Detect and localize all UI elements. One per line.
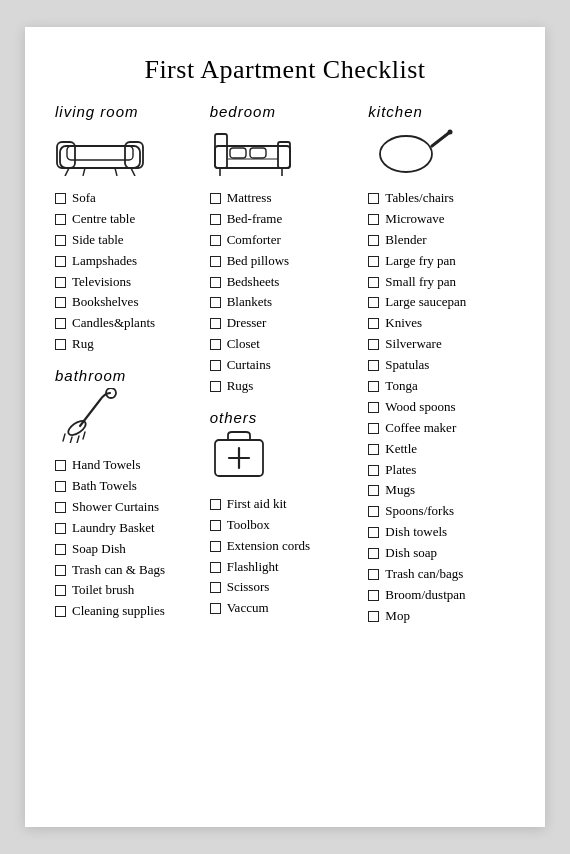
others-list: First aid kit Toolbox Extension cords Fl… — [210, 496, 357, 617]
list-item: Spatulas — [368, 357, 515, 374]
checkbox[interactable] — [55, 339, 66, 350]
checkbox[interactable] — [368, 485, 379, 496]
checkbox[interactable] — [368, 214, 379, 225]
bed-icon — [210, 124, 357, 176]
checkbox[interactable] — [368, 256, 379, 267]
checkbox[interactable] — [368, 360, 379, 371]
page-title: First Apartment Checklist — [55, 55, 515, 85]
list-item: Dish soap — [368, 545, 515, 562]
checkbox[interactable] — [55, 193, 66, 204]
checkbox[interactable] — [210, 339, 221, 350]
checkbox[interactable] — [55, 523, 66, 534]
checkbox[interactable] — [55, 235, 66, 246]
svg-line-12 — [83, 432, 85, 439]
checkbox[interactable] — [55, 585, 66, 596]
list-item: Toolbox — [210, 517, 357, 534]
checkbox[interactable] — [210, 541, 221, 552]
checkbox[interactable] — [368, 277, 379, 288]
list-item: Bed-frame — [210, 211, 357, 228]
svg-rect-17 — [230, 148, 246, 158]
list-item: Dish towels — [368, 524, 515, 541]
list-item: Toilet brush — [55, 582, 202, 599]
list-item: Trash can & Bags — [55, 562, 202, 579]
bathroom-list: Hand Towels Bath Towels Shower Curtains … — [55, 457, 202, 620]
checkbox[interactable] — [368, 423, 379, 434]
checkbox[interactable] — [55, 277, 66, 288]
checkbox[interactable] — [210, 603, 221, 614]
checkbox[interactable] — [368, 527, 379, 538]
list-item: Silverware — [368, 336, 515, 353]
svg-line-6 — [83, 168, 85, 176]
list-item: Bookshelves — [55, 294, 202, 311]
checkbox[interactable] — [368, 402, 379, 413]
checkbox[interactable] — [55, 481, 66, 492]
checkbox[interactable] — [210, 214, 221, 225]
svg-rect-18 — [250, 148, 266, 158]
checkbox[interactable] — [210, 582, 221, 593]
checkbox[interactable] — [368, 235, 379, 246]
checkbox[interactable] — [55, 502, 66, 513]
bedroom-list: Mattress Bed-frame Comforter Bed pillows… — [210, 190, 357, 395]
living-room-section: living room — [55, 103, 202, 182]
checkbox[interactable] — [55, 460, 66, 471]
checkbox[interactable] — [55, 544, 66, 555]
list-item: Large saucepan — [368, 294, 515, 311]
checkbox[interactable] — [55, 318, 66, 329]
list-item: Mattress — [210, 190, 357, 207]
checkbox[interactable] — [55, 214, 66, 225]
first-aid-icon — [210, 430, 357, 482]
checkbox[interactable] — [210, 193, 221, 204]
bathroom-label: bathroom — [55, 367, 126, 384]
list-item: Soap Dish — [55, 541, 202, 558]
list-item: Rugs — [210, 378, 357, 395]
others-section: others — [210, 409, 357, 488]
svg-rect-15 — [215, 134, 227, 168]
checkbox[interactable] — [368, 381, 379, 392]
svg-line-11 — [77, 436, 79, 443]
sofa-icon — [55, 124, 202, 176]
checkbox[interactable] — [210, 297, 221, 308]
list-item: Side table — [55, 232, 202, 249]
svg-line-9 — [63, 434, 65, 441]
list-item: Microwave — [368, 211, 515, 228]
checkbox[interactable] — [210, 277, 221, 288]
checkbox[interactable] — [55, 606, 66, 617]
svg-line-26 — [432, 132, 450, 146]
checkbox[interactable] — [368, 339, 379, 350]
checkbox[interactable] — [368, 444, 379, 455]
pan-icon — [368, 124, 515, 176]
shower-icon — [55, 388, 202, 443]
checkbox[interactable] — [368, 569, 379, 580]
checkbox[interactable] — [210, 562, 221, 573]
checkbox[interactable] — [210, 499, 221, 510]
checkbox[interactable] — [368, 193, 379, 204]
checkbox[interactable] — [368, 506, 379, 517]
checkbox[interactable] — [368, 297, 379, 308]
checkbox[interactable] — [55, 565, 66, 576]
checkbox[interactable] — [368, 611, 379, 622]
list-item: Kettle — [368, 441, 515, 458]
col-mid: bedroom — [202, 103, 365, 631]
list-item: Plates — [368, 462, 515, 479]
checkbox[interactable] — [210, 520, 221, 531]
checkbox[interactable] — [368, 548, 379, 559]
list-item: Televisions — [55, 274, 202, 291]
kitchen-label: kitchen — [368, 103, 423, 120]
checkbox[interactable] — [210, 318, 221, 329]
living-room-label: living room — [55, 103, 139, 120]
list-item: Closet — [210, 336, 357, 353]
checkbox[interactable] — [210, 256, 221, 267]
checkbox[interactable] — [368, 590, 379, 601]
checkbox[interactable] — [210, 360, 221, 371]
checkbox[interactable] — [368, 318, 379, 329]
list-item: First aid kit — [210, 496, 357, 513]
list-item: Broom/dustpan — [368, 587, 515, 604]
bedroom-section: bedroom — [210, 103, 357, 182]
checkbox[interactable] — [55, 256, 66, 267]
checkbox[interactable] — [368, 465, 379, 476]
checkbox[interactable] — [55, 297, 66, 308]
checkbox[interactable] — [210, 235, 221, 246]
checkbox[interactable] — [210, 381, 221, 392]
list-item: Lampshades — [55, 253, 202, 270]
list-item: Scissors — [210, 579, 357, 596]
